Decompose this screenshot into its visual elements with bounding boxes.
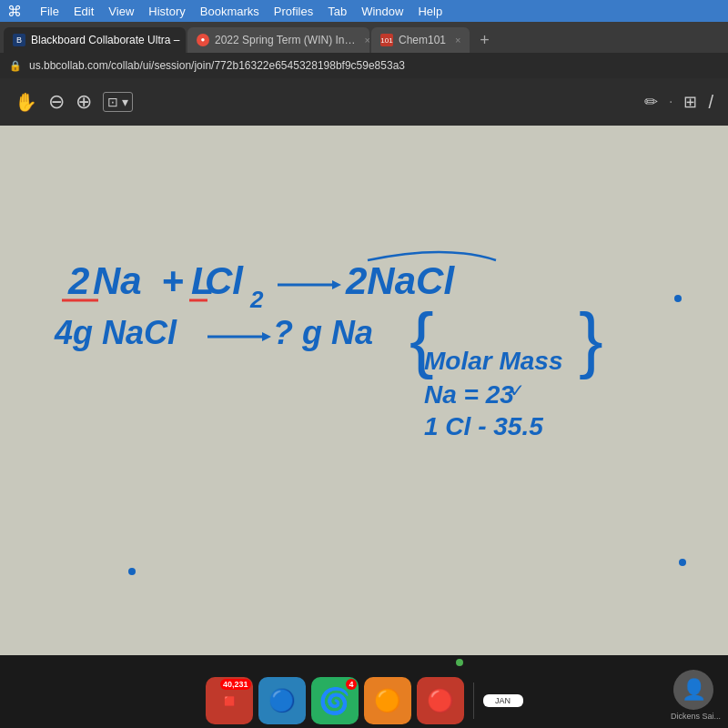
- address-bar: 🔒 us.bbcollab.com/collab/ui/session/join…: [0, 53, 728, 78]
- menu-help[interactable]: Help: [418, 5, 442, 18]
- whiteboard-svg: 2 Na + L Cl 2 2NaCl 4g NaCl ? g Na { Mol…: [0, 126, 728, 655]
- pen-tool-button[interactable]: ✏: [644, 92, 658, 112]
- tab-blackboard-label: Blackboard Collaborate Ultra –: [31, 34, 179, 46]
- svg-text:+: +: [162, 259, 185, 302]
- tab-spring-close[interactable]: ×: [365, 35, 370, 46]
- menu-tab[interactable]: Tab: [328, 5, 347, 18]
- dock-badge-1: 40,231: [220, 679, 251, 690]
- dock-separator: [473, 682, 474, 719]
- user-name-label: Dickens Sai...: [671, 712, 721, 721]
- tab-bar: B Blackboard Collaborate Ultra – × ● 202…: [0, 22, 728, 53]
- svg-point-22: [674, 295, 682, 302]
- svg-text:2NaCl: 2NaCl: [345, 259, 455, 302]
- hand-tool-button[interactable]: ✋: [15, 91, 37, 113]
- svg-point-24: [679, 559, 686, 566]
- slash-button[interactable]: /: [708, 92, 713, 113]
- svg-point-23: [128, 568, 136, 575]
- menu-edit[interactable]: Edit: [74, 5, 94, 18]
- menu-bookmarks[interactable]: Bookmarks: [200, 5, 259, 18]
- svg-text:? g Na: ? g Na: [273, 314, 373, 351]
- menu-profiles[interactable]: Profiles: [274, 5, 313, 18]
- apple-menu[interactable]: ⌘: [7, 3, 22, 20]
- dock-app-5[interactable]: 🔴: [417, 677, 464, 724]
- dock-app-1[interactable]: 🟥 40,231: [206, 677, 253, 724]
- zoom-out-button[interactable]: ⊖: [48, 90, 65, 114]
- menu-bar: ⌘ File Edit View History Bookmarks Profi…: [0, 0, 728, 22]
- separator: ·: [669, 94, 672, 110]
- tab-spring-term-label: 2022 Spring Term (WIN) In…: [215, 34, 356, 46]
- svg-text:Cl: Cl: [205, 259, 244, 302]
- toolbar: ✋ ⊖ ⊕ ⊡ ▾ ✏ · ⊞ /: [0, 78, 728, 126]
- svg-text:2: 2: [67, 259, 89, 302]
- svg-text:Molar Mass: Molar Mass: [424, 347, 563, 375]
- toolbar-left: ✋ ⊖ ⊕ ⊡ ▾: [15, 90, 133, 114]
- frame-button[interactable]: ⊡ ▾: [103, 92, 133, 112]
- svg-text:}: }: [579, 298, 603, 379]
- svg-text:Na = 23: Na = 23: [424, 380, 514, 409]
- calendar-icon[interactable]: JAN: [483, 694, 523, 707]
- calendar-month: JAN: [483, 694, 523, 707]
- svg-text:2: 2: [249, 286, 264, 313]
- app-dock: 🟥 40,231 🔵 🌀 4 🟠 🔴 JAN: [0, 677, 728, 724]
- whiteboard-grid-button[interactable]: ⊞: [683, 92, 697, 112]
- user-avatar[interactable]: 👤: [673, 670, 713, 710]
- dock-app-2[interactable]: 🔵: [258, 677, 306, 724]
- lock-icon: 🔒: [9, 60, 22, 72]
- menu-view[interactable]: View: [108, 5, 134, 18]
- dock-badge-chrome: 4: [346, 679, 356, 690]
- menu-file[interactable]: File: [40, 5, 59, 18]
- whiteboard-area[interactable]: 2 Na + L Cl 2 2NaCl 4g NaCl ? g Na { Mol…: [0, 126, 728, 655]
- toolbar-right: ✏ · ⊞ /: [644, 92, 713, 113]
- zoom-in-button[interactable]: ⊕: [76, 90, 92, 114]
- tab-blackboard[interactable]: B Blackboard Collaborate Ultra – ×: [4, 27, 186, 53]
- svg-text:Na: Na: [93, 259, 142, 302]
- tab-chem101[interactable]: 101 Chem101 ×: [371, 27, 470, 53]
- bottom-dock-area: 👤 🔇 📷 🖐 🟥 40,231 🔵 🌀 4 🟠 🔴 JAN: [0, 655, 728, 728]
- tab-chem101-close[interactable]: ×: [455, 35, 460, 46]
- tab-spring-term[interactable]: ● 2022 Spring Term (WIN) In… ×: [187, 27, 369, 53]
- tab-chem101-label: Chem101: [399, 34, 446, 46]
- menu-history[interactable]: History: [148, 5, 185, 18]
- dock-app-chrome[interactable]: 🌀 4: [311, 677, 359, 724]
- svg-text:✓: ✓: [510, 380, 525, 400]
- notification-dot: [456, 659, 463, 666]
- dock-app-4[interactable]: 🟠: [364, 677, 411, 724]
- url-text[interactable]: us.bbcollab.com/collab/ui/session/join/7…: [29, 59, 719, 72]
- svg-rect-0: [0, 126, 728, 655]
- new-tab-button[interactable]: +: [471, 27, 497, 53]
- svg-text:1 Cl - 35.5: 1 Cl - 35.5: [424, 412, 543, 440]
- svg-text:4g NaCl: 4g NaCl: [54, 314, 177, 351]
- menu-window[interactable]: Window: [361, 5, 403, 18]
